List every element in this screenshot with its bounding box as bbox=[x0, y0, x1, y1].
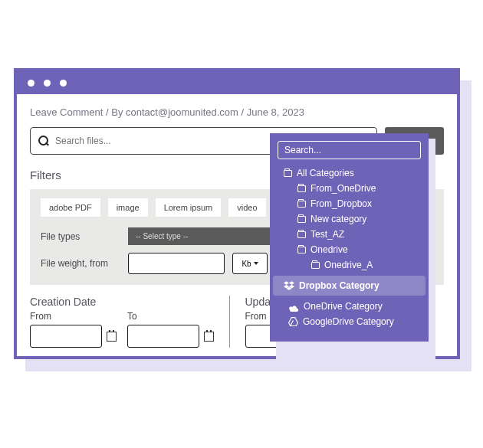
window-control-min[interactable] bbox=[44, 80, 51, 87]
tree-item-from-onedrive[interactable]: From_OneDrive bbox=[278, 181, 421, 196]
breadcrumb-item[interactable]: Leave Comment bbox=[30, 106, 103, 118]
tree-item-onedrive[interactable]: Onedrive bbox=[278, 242, 421, 257]
folder-icon bbox=[297, 201, 306, 208]
calendar-icon[interactable] bbox=[107, 332, 117, 342]
category-tree: All Categories From_OneDrive From_Dropbo… bbox=[278, 165, 421, 329]
tree-item-new-category[interactable]: New category bbox=[278, 211, 421, 227]
breadcrumb-date: June 8, 2023 bbox=[247, 106, 304, 118]
tree-item-onedrive-category[interactable]: OneDrive Category bbox=[278, 299, 421, 314]
creation-from-field: From bbox=[30, 311, 117, 348]
weight-from-unit[interactable]: Kb bbox=[232, 253, 268, 274]
tree-item-from-dropbox[interactable]: From_Dropbox bbox=[278, 196, 421, 211]
titlebar bbox=[17, 71, 457, 94]
chevron-down-icon bbox=[254, 262, 258, 265]
from-label: From bbox=[30, 311, 117, 322]
creation-date-group: Creation Date From To bbox=[30, 296, 229, 348]
folder-icon bbox=[297, 231, 306, 238]
chip-video[interactable]: video bbox=[228, 198, 265, 217]
creation-to-field: To bbox=[127, 311, 214, 348]
folder-icon bbox=[297, 185, 306, 192]
folder-icon bbox=[311, 262, 320, 269]
file-types-label: File types bbox=[41, 231, 117, 242]
file-weight-label: File weight, from bbox=[41, 258, 117, 269]
creation-to-input[interactable] bbox=[127, 325, 199, 348]
window-control-max[interactable] bbox=[60, 80, 67, 87]
chip-adobe-pdf[interactable]: adobe PDF bbox=[41, 198, 100, 217]
folder-icon bbox=[297, 216, 306, 223]
tree-item-test-az[interactable]: Test_AZ bbox=[278, 227, 421, 242]
google-drive-icon bbox=[288, 317, 298, 326]
window-control-close[interactable] bbox=[28, 80, 34, 87]
folder-icon bbox=[297, 247, 306, 253]
search-icon bbox=[38, 136, 49, 146]
tree-item-all[interactable]: All Categories bbox=[278, 165, 421, 181]
dropbox-icon bbox=[284, 281, 294, 290]
category-dropdown: Search... All Categories From_OneDrive F… bbox=[270, 133, 429, 342]
cloud-icon bbox=[288, 303, 299, 310]
breadcrumb-author[interactable]: contact@joomunited.com bbox=[126, 106, 238, 118]
select-placeholder: -- Select type -- bbox=[136, 232, 188, 240]
tree-item-dropbox-category[interactable]: Dropbox Category bbox=[273, 276, 426, 296]
weight-inputs: Kb To bbox=[128, 253, 285, 274]
dropdown-search[interactable]: Search... bbox=[278, 141, 421, 159]
tree-item-googledrive-category[interactable]: GoogleDrive Category bbox=[278, 314, 421, 329]
creation-from-input[interactable] bbox=[30, 325, 102, 348]
tree-item-onedrive-a[interactable]: Onedrive_A bbox=[278, 257, 421, 273]
breadcrumb: Leave Comment / By contact@joomunited.co… bbox=[30, 106, 444, 118]
chip-lorem[interactable]: Lorem ipsum bbox=[156, 198, 222, 217]
calendar-icon[interactable] bbox=[204, 332, 214, 342]
folder-icon bbox=[284, 170, 292, 177]
chip-image[interactable]: image bbox=[108, 198, 148, 217]
weight-from-input[interactable] bbox=[128, 253, 225, 274]
to-label: To bbox=[127, 311, 214, 322]
creation-date-title: Creation Date bbox=[30, 296, 229, 308]
